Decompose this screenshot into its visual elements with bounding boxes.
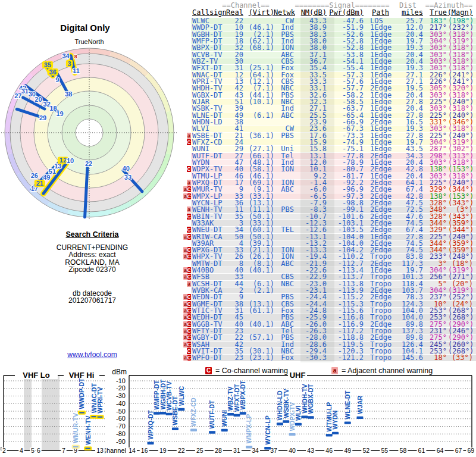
cell-dist: 145.6 (399, 355, 423, 361)
co-channel-warning-icon: C (187, 321, 192, 327)
warning-flags (183, 200, 191, 206)
warning-flags (183, 99, 191, 105)
radar-channel-label: 8 (74, 54, 77, 60)
table-group-header: ==Channel== ========Signal======== Dist … (184, 1, 476, 8)
warning-flags: C (183, 139, 191, 145)
adjacent-channel-warning-icon: a (183, 328, 187, 334)
radar-channel-label: 20 (35, 96, 42, 103)
warning-flags: aC (183, 334, 191, 340)
co-channel-warning-icon: C (187, 334, 192, 340)
vhf-channel-tick: 4 (20, 447, 23, 454)
tvfool-link[interactable]: www.tvfool.com (67, 350, 117, 359)
uhf-channel-tick: 58 (400, 447, 407, 454)
radar-channel-label: 22 (85, 160, 92, 167)
station-marker (345, 421, 351, 424)
station-marker (289, 433, 296, 436)
co-channel-warning-icon: C (187, 301, 192, 307)
co-channel-warning-icon: C (187, 308, 192, 314)
station-marker (178, 408, 184, 411)
adjacent-channel-warning-icon: a (187, 281, 191, 287)
warning-flags (183, 112, 191, 118)
vhf-channel-tick: 5 (31, 447, 35, 454)
dbm-tick-label: -30 (116, 392, 126, 399)
warning-flags (183, 85, 191, 91)
true-north-label: TrueNorth (0, 38, 178, 45)
station-marker-label: WBPX-DT (239, 380, 246, 410)
station-marker (326, 434, 333, 436)
adjacent-channel-warning-icon: a (183, 308, 187, 314)
cell-virt: (10.1) (245, 99, 274, 105)
adjacent-channel-warning-icon: a (183, 234, 187, 240)
dbm-tick-label: -20 (116, 384, 126, 392)
station-marker-label: WMUR-TV (72, 413, 79, 443)
radar-channel-label: 40 (123, 165, 130, 172)
adjacent-channel-warning-icon: a (187, 133, 191, 139)
station-marker-label: WGBX-DT (307, 384, 314, 414)
station-marker-label: WFXZ-CD (190, 397, 197, 427)
uhf-channel-tick: 14 (129, 447, 136, 454)
dbm-tick-label: -70 (116, 422, 126, 430)
adjacent-channel-warning-icon: a (183, 355, 187, 361)
station-marker-label: WMPX-LP (245, 414, 252, 444)
warning-flags (183, 79, 191, 84)
radar-channel-label: 27 (14, 92, 21, 99)
col-path: Path (372, 8, 389, 17)
warning-flags (183, 220, 191, 226)
warning-flags (183, 32, 191, 37)
station-marker-label: WPXQ-DT (147, 410, 154, 440)
station-marker-label: WJAR (356, 396, 364, 414)
radar-channel-label: 19 (56, 110, 63, 117)
warning-flags: C (183, 214, 191, 220)
adjacent-channel-warning-icon: a (183, 301, 187, 307)
station-marker-label: WUTF-DT (208, 400, 215, 428)
warning-flags (183, 72, 191, 78)
cell-virt: (2.1) (245, 287, 274, 294)
warning-flags: a (183, 180, 191, 186)
uhf-channel-tick: 64 (437, 447, 444, 454)
warning-flags (183, 126, 191, 132)
co-channel-warning-icon: C (187, 253, 192, 259)
warning-flags (183, 146, 191, 152)
station-marker (264, 447, 271, 449)
uhf-channel-tick: 31 (233, 447, 240, 454)
col-real: Real (217, 8, 243, 17)
co-channel-warning-icon: C (187, 342, 192, 348)
adjacent-channel-warning-icon: a (183, 314, 187, 320)
station-marker-label: WWDP-DT (78, 378, 85, 409)
uhf-channel-tick: 34 (252, 447, 259, 454)
warning-flags (183, 105, 191, 111)
table-column-header: Callsign Real (Virt) Netwk NM(dB) Pwr(dB… (184, 8, 476, 17)
warning-flags: a (183, 133, 191, 139)
co-channel-warning-icon: C (187, 214, 191, 220)
adjacent-channel-warning-icon: a (183, 186, 187, 192)
dbm-tick-label: -80 (116, 430, 126, 437)
uhf-channel-tick: 69 (467, 447, 474, 454)
station-marker (221, 429, 228, 431)
warning-flags: aC (183, 308, 191, 314)
warning-flags: aC (183, 294, 191, 300)
page-title: Digital Only (0, 23, 170, 33)
station-marker (277, 422, 283, 425)
radar-channel-label: 10 (67, 157, 74, 164)
co-channel-warning-icon: C (187, 355, 192, 361)
adjacent-channel-warning-icon: a (183, 247, 187, 253)
warning-flags (183, 159, 191, 165)
radar-channel-label: 34 (62, 52, 70, 60)
cell-netwk: ABC (275, 261, 294, 267)
uhf-channel-tick: 37 (270, 447, 277, 454)
station-marker (190, 429, 197, 431)
co-channel-warning-icon: C (187, 186, 192, 192)
station-marker (356, 417, 363, 419)
warning-flags (183, 173, 191, 179)
table-row: aCWEDN-DT9PBS-24.4-115.22Edge78.3237°(25… (184, 294, 476, 301)
uhf-channel-tick: 40 (289, 447, 296, 454)
warning-flags (183, 240, 191, 246)
radar-channel-label: 26 (31, 172, 38, 179)
table-row: aCWFSB33CBS-22.9-113.7Tropo101.3256°(271… (184, 274, 476, 280)
radar-channel-label: 3 (68, 60, 71, 67)
radar-channel-label: 9 (55, 76, 59, 83)
co-channel-warning-icon: C (187, 328, 192, 334)
dbm-axis-title: dBm (112, 368, 127, 376)
warning-flags (183, 287, 191, 293)
criteria-line: Address: exact (12, 251, 173, 259)
